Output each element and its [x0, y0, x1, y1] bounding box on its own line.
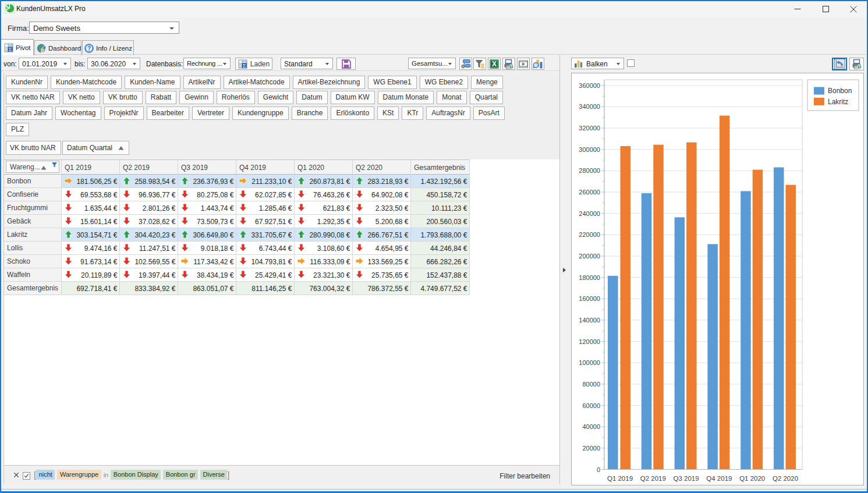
- svg-text:360000: 360000: [579, 82, 600, 89]
- svg-text:Σ: Σ: [243, 62, 246, 68]
- svg-text:?: ?: [510, 65, 512, 69]
- svg-text:Q1 2019: Q1 2019: [607, 475, 633, 482]
- svg-text:180000: 180000: [579, 274, 600, 281]
- svg-text:Q1 2020: Q1 2020: [739, 475, 765, 482]
- svg-text:240000: 240000: [579, 210, 600, 217]
- svg-text:Lakritz: Lakritz: [828, 98, 848, 106]
- svg-text:Q4 2019: Q4 2019: [706, 475, 732, 482]
- svg-text:Q3 2019: Q3 2019: [674, 475, 699, 482]
- svg-text:140000: 140000: [579, 317, 600, 324]
- svg-text:280000: 280000: [579, 167, 600, 174]
- svg-text:220000: 220000: [579, 231, 600, 238]
- svg-text:80000: 80000: [582, 381, 600, 388]
- svg-text:?: ?: [858, 65, 860, 69]
- svg-text:Q2 2020: Q2 2020: [773, 475, 798, 482]
- svg-text:0: 0: [597, 466, 600, 473]
- svg-text:200000: 200000: [579, 253, 600, 260]
- svg-text:320000: 320000: [579, 125, 600, 132]
- svg-text:40000: 40000: [582, 423, 600, 430]
- svg-text:Bonbon: Bonbon: [828, 87, 852, 95]
- svg-text:100000: 100000: [579, 359, 600, 366]
- svg-text:X: X: [492, 60, 497, 68]
- svg-text:120000: 120000: [579, 338, 600, 345]
- svg-text:Q2 2019: Q2 2019: [640, 475, 666, 482]
- svg-text:Σ: Σ: [9, 46, 12, 52]
- svg-text:260000: 260000: [579, 189, 600, 196]
- svg-text:60000: 60000: [582, 402, 600, 409]
- svg-text:?: ?: [87, 45, 91, 51]
- svg-text:20000: 20000: [582, 445, 600, 452]
- svg-text:160000: 160000: [579, 295, 600, 302]
- svg-text:300000: 300000: [579, 146, 600, 153]
- svg-text:340000: 340000: [579, 103, 600, 110]
